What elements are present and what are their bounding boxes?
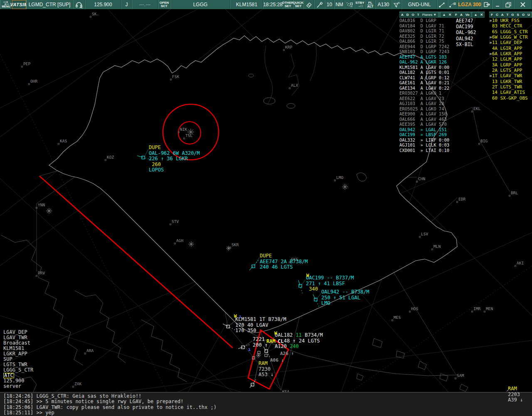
secondary-freq-button[interactable]: ---.--- [132, 0, 158, 9]
aircraft-label-AEE747[interactable]: DUPEAEE747 2A B738/M240 46 LGTS [260, 253, 308, 270]
close-button[interactable]: ✕ [479, 12, 484, 17]
flight-row[interactable]: AEE944 D LGRP 7242 [399, 44, 453, 49]
filter-button-a[interactable]: A [500, 12, 505, 17]
aircraft-label-OAL-962[interactable]: DUPEOAL-962 6W A320/M226 ↑ 36 LGKR 260LO… [149, 145, 200, 173]
flight-row[interactable]: GAE134 A LGAV 0:22 [399, 86, 453, 91]
range-value-button[interactable]: 10 [325, 0, 334, 9]
alt-filter-button[interactable]: A130 [375, 0, 392, 9]
stby-button[interactable]: STBY→□ [355, 0, 365, 9]
controller-row[interactable]: »1T LGAV_TWR [489, 73, 532, 78]
channel-item-server[interactable]: server [3, 384, 21, 389]
flight-row[interactable]: OAL-962 A LGKR 126 [399, 59, 453, 65]
filter-button-u[interactable]: U [526, 12, 531, 17]
flight-row[interactable]: OAL866 D LGIR 75 [399, 39, 453, 44]
filter-button-o[interactable]: O [411, 12, 416, 17]
window-maximize-button[interactable] [502, 0, 514, 9]
controller-row[interactable]: 60 SX-GKP_OBS [489, 95, 532, 101]
sort-button[interactable]: ▲ [441, 12, 447, 17]
filter-button-g[interactable]: G [510, 12, 515, 17]
flight-row[interactable]: GAE161 A LGAV 0:21 [399, 80, 453, 86]
filter-button-c[interactable]: C [495, 12, 500, 17]
window-close-button[interactable] [514, 0, 532, 9]
controller-row[interactable]: »6A LGKR_APP [489, 51, 532, 56]
flight-row[interactable]: OAL182 A LGTS 0:01 [399, 70, 453, 75]
flight-row[interactable]: AEE747 A LGTS 103 [399, 54, 453, 60]
flight-row[interactable]: OAV802 D LGIR 71 [399, 28, 453, 34]
controller-row[interactable]: 13 LGKR_TWR [489, 79, 532, 84]
flight-row[interactable]: OAL016 D LGRP [399, 18, 453, 23]
flight-row[interactable]: OAL942 » LGAL 151 [399, 127, 453, 132]
filter-button-s[interactable]: S [516, 12, 520, 17]
filter-button[interactable]: FL [392, 0, 401, 9]
sector-file-button[interactable]: LGZA 300 [458, 0, 481, 9]
controller-row[interactable]: »6W LGGG_W_CTR [489, 34, 532, 40]
flight-row[interactable]: KLM1581 A LGAV 0:00 [399, 65, 453, 70]
flight-row[interactable]: ERO5025 A LGKO 74 [399, 106, 453, 112]
close-button[interactable]: ✕ [447, 12, 453, 17]
primary-freq-button[interactable]: 125.900 [85, 0, 121, 9]
window-minimize-button[interactable] [492, 0, 502, 9]
quick-set-button[interactable]: QUICKSET [293, 0, 303, 9]
controller-row[interactable]: »11 LGAV_DEP [489, 40, 532, 45]
flight-row[interactable]: SNB103 D LGRP 7243 [399, 49, 453, 54]
headset-button[interactable]: 1 [73, 0, 85, 9]
fl-alt-button[interactable]: FLALT [365, 0, 375, 9]
filter-button-a[interactable]: A [400, 12, 405, 17]
filter-button-o[interactable]: O [521, 12, 526, 17]
voice-row[interactable]: OAC199 [453, 24, 485, 29]
controller-row[interactable]: 12 LGLM_APP [489, 56, 532, 62]
range-unit-button[interactable]: NM [334, 0, 345, 9]
controller-row[interactable]: 4A LGIR_APP [489, 46, 532, 51]
flight-row[interactable]: AEE900 A LGAV 150 [399, 111, 453, 117]
flight-row[interactable]: CXD001 » LTAI 0:10 [399, 148, 453, 153]
flight-row[interactable]: OAL332 » LIRF 0:00 [399, 137, 453, 143]
selected-callsign-button[interactable]: KLM1581 [230, 0, 263, 9]
filter-button-d[interactable]: D [405, 12, 410, 17]
flight-row[interactable]: AEE395 A LGAV 570 [399, 122, 453, 127]
flight-row[interactable]: AGJ101 » LCLK 0:03 [399, 142, 453, 148]
sort-button[interactable]: ▲ [473, 12, 478, 17]
route-b-button[interactable] [448, 0, 458, 9]
filter-button-a[interactable]: A [459, 12, 464, 17]
filter-button-t[interactable]: T [505, 12, 510, 17]
filter-button-f[interactable]: F [490, 12, 494, 17]
position-button[interactable]: LGMD_CTR [SUP] [26, 0, 73, 9]
active-airport-button[interactable]: LGGG [170, 0, 230, 9]
band-filter-button[interactable]: GND-UNL [401, 0, 437, 9]
aircraft-label-KLM1581[interactable]: KLM1581 1T B738/M170 40 LGAV170 350 [235, 317, 286, 334]
voice-row[interactable]: OAL-962 [453, 29, 485, 35]
flight-row[interactable]: OAV184 D LGAV 71 [399, 23, 453, 29]
draw-button[interactable] [314, 0, 325, 9]
other-set-button[interactable]: OTHERSET [283, 0, 293, 9]
controller-row[interactable]: 3A LGRP_APP [489, 62, 532, 68]
flight-row[interactable]: CLW741 A LGRP 0:12 [399, 75, 453, 81]
aircraft-label-RAM-7230[interactable]: RAM7230A53 ↓ [259, 361, 273, 378]
eraser-button[interactable] [303, 0, 314, 9]
controller-row[interactable]: 2A LGTS_APP [489, 68, 532, 73]
aircraft-label-OAL942[interactable]: OAL942 -- B738/M250 ↑ 51 LGALLMO [321, 289, 369, 306]
filter-button-f[interactable]: F [454, 12, 458, 17]
route-a-button[interactable] [437, 0, 448, 9]
filter-button-t[interactable]: T [416, 12, 421, 17]
voice-row[interactable]: AEE747 [453, 18, 485, 24]
flight-row[interactable]: ERO3027 A LGKO 1 [399, 91, 453, 96]
flight-row[interactable]: OAL666 A LGAV 463 [399, 117, 453, 122]
voice-mode-button[interactable]: J [121, 0, 132, 9]
aircraft-label-RAM-2203[interactable]: RAM2203A39 ↓ [508, 386, 523, 403]
flight-row[interactable]: AGJ103 A LGAV 28 [399, 101, 453, 106]
controller-row[interactable]: 2T LGTS_TWR [489, 84, 532, 90]
planes-dropdown[interactable]: Planes ▼ [421, 12, 438, 17]
vatsim-logo[interactable]: VATSIM [12, 0, 26, 9]
aircraft-label-7221[interactable]: 7221200 ↑ [253, 337, 268, 348]
track-dots-button[interactable] [345, 0, 355, 9]
open-sct-button[interactable]: OPENSCT [158, 0, 170, 9]
controller-row[interactable]: »10 UKR_FSS [489, 18, 532, 23]
flight-row[interactable]: AEE622 A LGAV 23 [399, 96, 453, 101]
filter-button-vo[interactable]: Vo [464, 12, 471, 17]
voice-row[interactable]: SX-BIL [453, 42, 485, 47]
window-exit-button[interactable] [481, 0, 492, 9]
flight-row[interactable]: OAC199 » LBSF 269 [399, 132, 453, 137]
controller-row[interactable]: 83 HECC_CTR [489, 23, 532, 29]
controller-row[interactable]: 6S LGGG_S_CTR [489, 29, 532, 34]
controller-row[interactable]: 14 LGAV_ATIS [489, 90, 532, 95]
